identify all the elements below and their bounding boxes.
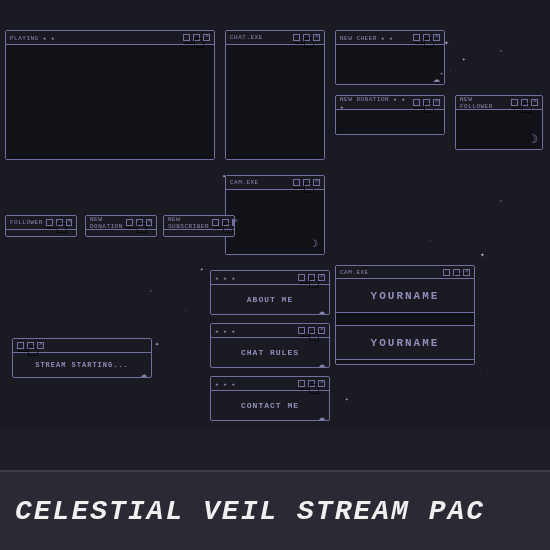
chat-rules-cloud: ☁ xyxy=(318,357,325,370)
sparkle-7: ✦ xyxy=(155,340,159,348)
chat-titlebar: CHAT.EXE ─ □ xyxy=(226,31,324,45)
donation-bot-titlebar: NEW DONATION ─ □ xyxy=(86,216,156,230)
name-panel-2: YOURNAME xyxy=(335,325,475,360)
contact-cloud: ☁ xyxy=(318,410,325,423)
top-section: PLAYING ★ ★ ─ □ CHAT.EXE ─ □ NEW CHEER ★… xyxy=(0,0,550,430)
about-cloud: ☁ xyxy=(318,304,325,317)
cam-minimize-btn[interactable]: ─ xyxy=(293,179,300,186)
contact-panel: ★ ★ ★ ─ □ CONTACT ME ☁ xyxy=(210,376,330,421)
chat-maximize-btn[interactable]: □ xyxy=(303,34,310,41)
contact-close-btn[interactable] xyxy=(318,380,325,387)
follower-bot-panel: FOLLOWER ─ □ xyxy=(5,215,77,237)
main-container: PLAYING ★ ★ ─ □ CHAT.EXE ─ □ NEW CHEER ★… xyxy=(0,0,550,550)
close-btn[interactable] xyxy=(203,34,210,41)
about-label: ABOUT ME xyxy=(247,287,293,312)
subscriber-bot-titlebar: NEW SUBSCRIBER ─ □ xyxy=(164,216,234,230)
cheer-close-btn[interactable] xyxy=(433,34,440,41)
cr-close-btn[interactable] xyxy=(318,327,325,334)
about-maximize-btn[interactable]: □ xyxy=(308,274,315,281)
stream-starting-inner: STREAM STARTING... ☁ xyxy=(13,353,151,377)
lcam-close-btn[interactable] xyxy=(463,269,470,276)
fol-minimize-btn[interactable]: ─ xyxy=(511,99,518,106)
fbot-close-btn[interactable] xyxy=(66,219,72,226)
fbot-minimize-btn[interactable]: ─ xyxy=(46,219,53,226)
chat-minimize-btn[interactable]: ─ xyxy=(293,34,300,41)
don-maximize-btn[interactable]: □ xyxy=(423,99,430,106)
about-minimize-btn[interactable]: ─ xyxy=(298,274,305,281)
fol-maximize-btn[interactable]: □ xyxy=(521,99,528,106)
ss-minimize-btn[interactable]: ─ xyxy=(17,342,24,349)
maximize-btn[interactable]: □ xyxy=(193,34,200,41)
subscriber-bot-panel: NEW SUBSCRIBER ─ □ xyxy=(163,215,235,237)
cheer-titlebar: NEW CHEER ★ ★ ─ □ xyxy=(336,31,444,45)
sparkle-8: ✦ xyxy=(345,395,349,403)
banner-title: CELESTIAL VEIL STREAM PAC xyxy=(15,496,485,527)
dbot-maximize-btn[interactable]: □ xyxy=(136,219,143,226)
cam-moon-decoration: ☽ xyxy=(312,238,318,250)
sparkle-6: ✦ xyxy=(200,265,204,273)
sbot-minimize-btn[interactable]: ─ xyxy=(212,219,219,226)
contact-maximize-btn[interactable]: □ xyxy=(308,380,315,387)
main-video-titlebar: PLAYING ★ ★ ─ □ xyxy=(6,31,214,45)
main-video-title: PLAYING ★ ★ xyxy=(10,34,180,42)
follower-top-title: NEW FOLLOWER xyxy=(460,96,508,110)
dbot-minimize-btn[interactable]: ─ xyxy=(126,219,133,226)
main-video-panel: PLAYING ★ ★ ─ □ xyxy=(5,30,215,160)
follower-bot-titlebar: FOLLOWER ─ □ xyxy=(6,216,76,230)
sbot-maximize-btn[interactable]: □ xyxy=(222,219,229,226)
sbot-close-btn[interactable] xyxy=(232,219,234,226)
chat-title: CHAT.EXE xyxy=(230,34,290,41)
cam-content: ☽ xyxy=(226,190,324,254)
follower-top-titlebar: NEW FOLLOWER ─ □ xyxy=(456,96,542,110)
ss-cloud: ☁ xyxy=(140,367,147,380)
about-close-btn[interactable] xyxy=(318,274,325,281)
minimize-btn[interactable]: ─ xyxy=(183,34,190,41)
contact-inner: CONTACT ME ☁ xyxy=(211,391,329,420)
stream-starting-panel: ─ □ STREAM STARTING... ☁ xyxy=(12,338,152,378)
donation-top-panel: NEW DONATION ★ ★ ★ ─ □ xyxy=(335,95,445,135)
ss-close-btn[interactable] xyxy=(37,342,44,349)
cam-maximize-btn[interactable]: □ xyxy=(303,179,310,186)
about-panel: ★ ★ ★ ─ □ ABOUT ME ☁ xyxy=(210,270,330,315)
cheer-panel: NEW CHEER ★ ★ ─ □ ☁ xyxy=(335,30,445,85)
chat-rules-inner: CHAT RULES ☁ xyxy=(211,338,329,367)
don-close-btn[interactable] xyxy=(433,99,440,106)
donation-bot-title: NEW DONATION xyxy=(90,216,123,230)
fol-close-btn[interactable] xyxy=(531,99,538,106)
cheer-minimize-btn[interactable]: ─ xyxy=(413,34,420,41)
cheer-maximize-btn[interactable]: □ xyxy=(423,34,430,41)
cam-close-btn[interactable] xyxy=(313,179,320,186)
donation-top-title: NEW DONATION ★ ★ ★ xyxy=(340,95,410,111)
name-panel-1: YOURNAME xyxy=(335,278,475,313)
cr-maximize-btn[interactable]: □ xyxy=(308,327,315,334)
chat-rules-label: CHAT RULES xyxy=(241,340,299,365)
follower-bot-title: FOLLOWER xyxy=(10,219,43,226)
lcam-maximize-btn[interactable]: □ xyxy=(453,269,460,276)
lcam-minimize-btn[interactable]: ─ xyxy=(443,269,450,276)
contact-stars: ★ ★ ★ xyxy=(215,380,292,388)
chat-rules-titlebar: ★ ★ ★ ─ □ xyxy=(211,324,329,338)
contact-label: CONTACT ME xyxy=(241,393,299,418)
about-titlebar: ★ ★ ★ ─ □ xyxy=(211,271,329,285)
ss-maximize-btn[interactable]: □ xyxy=(27,342,34,349)
sparkle-2: ✦ xyxy=(462,55,466,63)
cam-titlebar: CAM.EXE ─ □ xyxy=(226,176,324,190)
chat-panel: CHAT.EXE ─ □ xyxy=(225,30,325,160)
cam-panel: CAM.EXE ─ □ ☽ xyxy=(225,175,325,255)
contact-minimize-btn[interactable]: ─ xyxy=(298,380,305,387)
bottom-banner: CELESTIAL VEIL STREAM PAC xyxy=(0,470,550,550)
contact-titlebar: ★ ★ ★ ─ □ xyxy=(211,377,329,391)
fbot-maximize-btn[interactable]: □ xyxy=(56,219,63,226)
cr-minimize-btn[interactable]: ─ xyxy=(298,327,305,334)
cheer-title: NEW CHEER ★ ★ xyxy=(340,34,410,42)
stream-starting-titlebar: ─ □ xyxy=(13,339,151,353)
moon-decoration: ☽ xyxy=(531,132,538,147)
follower-top-panel: NEW FOLLOWER ─ □ ☽ xyxy=(455,95,543,150)
main-video-content xyxy=(6,45,214,159)
large-cam-title: CAM.EXE xyxy=(340,269,440,276)
name-text-1: YOURNAME xyxy=(371,290,440,302)
don-minimize-btn[interactable]: ─ xyxy=(413,99,420,106)
chat-close-btn[interactable] xyxy=(313,34,320,41)
cloud-decoration: ☁ xyxy=(433,71,440,86)
dbot-close-btn[interactable] xyxy=(146,219,152,226)
